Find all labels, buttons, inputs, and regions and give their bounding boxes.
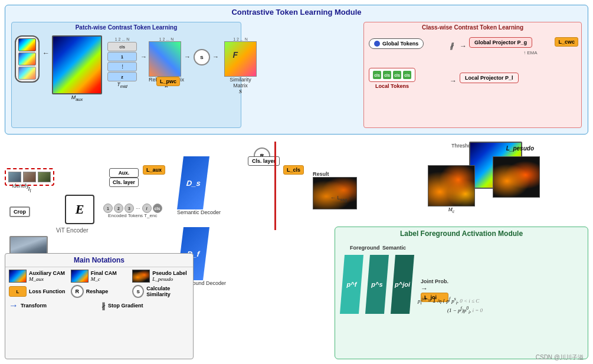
aux-cls-layer: Aux. Cls. layer — [109, 168, 139, 187]
module-title: Contrastive Token Learning Module — [5, 5, 588, 18]
result-label: Result — [313, 171, 357, 209]
l-pwc-box: L_pwc — [156, 77, 180, 86]
class-wise-title: Class-wise Contrast Token Learning — [364, 22, 581, 32]
arrow-to-sim: → — [212, 53, 219, 60]
notation-box: Main Notations Auxiliary CAM M_aux Final… — [5, 253, 194, 359]
local-tokens-box: cls cls cls cls Local Tokens — [369, 68, 415, 89]
l-cwc-box: L_cwc — [555, 37, 578, 47]
patch-wise-box: Patch-wise Contrast Token Learning ← Ma — [11, 22, 241, 128]
similarity-matrix: 1 2 ... N Similarity Matrix S — [224, 37, 257, 94]
mc-area: Mc — [428, 165, 475, 214]
pseudo-block — [493, 156, 540, 198]
stacked-heatmaps — [15, 35, 40, 83]
notation-aux-cam: Auxiliary CAM M_aux — [9, 270, 66, 283]
teal-paras: p^f p^s p^joi — [340, 255, 414, 314]
global-projector: Global Projector P_g — [469, 37, 532, 48]
class-wise-box: Class-wise Contrast Token Learning Globa… — [363, 22, 582, 128]
notation-calc-sim: S Calculate Similarity — [132, 285, 189, 298]
arrow-left-1: ← — [42, 49, 50, 57]
l-ssg-area: ← Lssg ← — [330, 195, 354, 202]
vit-encoder-label: ViT Encoder — [56, 227, 89, 234]
l-cls-box: L_cls — [283, 165, 304, 175]
result-block — [313, 177, 357, 209]
f-label: F — [232, 50, 238, 60]
calc-sim-circle: S — [194, 49, 210, 65]
encoded-tokens-area: 1 2 3 ··· l cls Encoded Tokens T_enc — [103, 204, 162, 218]
pseudo-block-area — [493, 156, 540, 198]
l-pseudo-label: L_pesudo — [506, 145, 534, 152]
notation-pseudo: Pseudo Label L_pesudo — [132, 270, 189, 283]
top-module: Contrastive Token Learning Module Patch-… — [5, 5, 588, 135]
stop-grad-symbol: ∦ — [450, 42, 453, 50]
il-dashed-box: Il — [5, 168, 54, 194]
global-tokens: Global Tokens — [369, 38, 424, 49]
local-projector: Local Projector P_l — [460, 73, 519, 83]
t-mid-area: 1 2 ... N cls 1 ⋮ z Tmid — [107, 37, 137, 89]
encoder-e: E — [65, 195, 94, 224]
notation-reshape: R Reshape — [71, 285, 128, 298]
lfam-title: Label Foreground Activation Module — [335, 227, 588, 240]
main-container: Contrastive Token Learning Module Patch-… — [0, 0, 593, 364]
arrow-global-proj: → — [460, 42, 467, 50]
notation-loss-fn: L Loss Function — [9, 286, 66, 297]
arrow-r-s: → — [184, 53, 191, 60]
red-line — [274, 142, 276, 230]
ema-area: ↑ EMA — [523, 50, 538, 55]
mc-block — [428, 165, 475, 206]
patch-wise-title: Patch-wise Contrast Token Learning — [12, 22, 241, 32]
watermark: CSDN @川川子溢 — [536, 353, 584, 362]
notation-stop-grad: ∦ Stop Gradient — [101, 301, 189, 310]
notation-transform: → Transform — [9, 300, 97, 311]
semantic-decoder-area: D_s Semantic Decoder — [177, 156, 221, 215]
m-aux-heatmap: Maux — [52, 35, 102, 102]
formula-area: pijoi = 1 /η { pf psi, 0 < i ≤ C (1 − pf… — [418, 296, 483, 315]
l-aux-box: L_aux — [143, 165, 165, 175]
arrow-to-r: → — [140, 53, 147, 60]
lfam-box: Label Foreground Activation Module Foreg… — [335, 227, 588, 359]
arrow-local: → — [450, 77, 457, 85]
crop-box-area: Crop — [9, 206, 30, 217]
notation-final-cam: Final CAM M_c — [71, 270, 128, 283]
notation-title: Main Notations — [5, 254, 193, 267]
